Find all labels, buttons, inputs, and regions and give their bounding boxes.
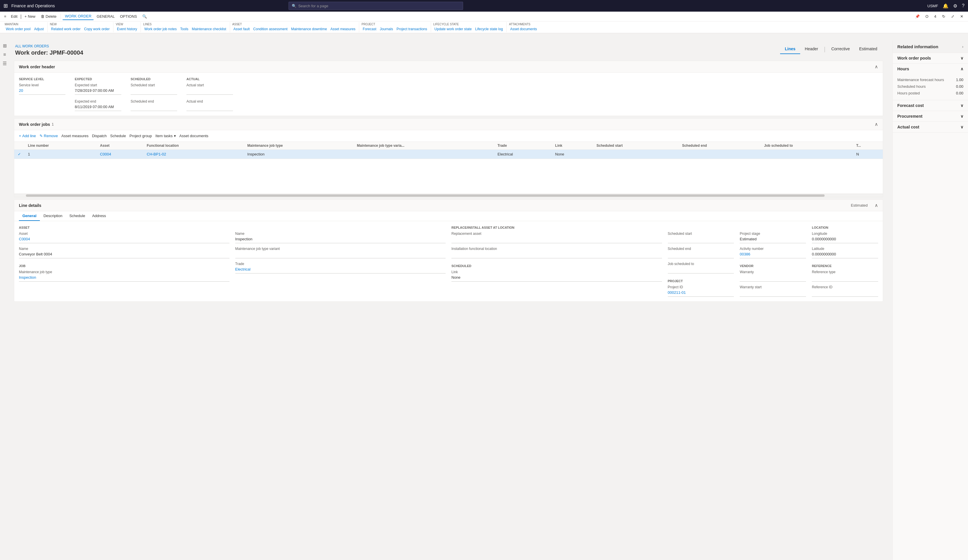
activity-number-value[interactable]: 00386 <box>740 251 806 258</box>
breadcrumb[interactable]: ALL WORK ORDERS <box>15 44 83 48</box>
event-history-btn[interactable]: Event history <box>116 26 138 32</box>
replacement-asset-value[interactable] <box>451 236 662 243</box>
sched-end-value[interactable] <box>668 251 734 258</box>
add-line-btn[interactable]: + Add line <box>19 132 36 139</box>
expand-button[interactable]: ⤢ <box>949 13 956 20</box>
tab-estimated[interactable]: Estimated <box>855 44 882 54</box>
asset-fault-btn[interactable]: Asset fault <box>232 26 251 32</box>
remove-btn[interactable]: ✎ Remove <box>40 132 58 139</box>
project-transactions-btn[interactable]: Project transactions <box>395 26 428 32</box>
jobs-collapse-icon[interactable]: ∧ <box>875 121 878 127</box>
office-button[interactable]: O <box>923 13 931 20</box>
asset-measures-toolbar-btn[interactable]: Asset measures <box>61 132 88 139</box>
col-maintenance-variant[interactable]: Maintenance job type varia... <box>353 142 494 150</box>
work-order-tab[interactable]: WORK ORDER <box>63 13 94 20</box>
tab-header[interactable]: Header <box>800 44 823 54</box>
line-details-header[interactable]: Line details Estimated ∧ <box>14 200 883 211</box>
tools-btn[interactable]: Tools <box>179 26 189 32</box>
tab-schedule[interactable]: Schedule <box>66 211 88 221</box>
install-location-value[interactable] <box>451 251 662 258</box>
options-tab[interactable]: OPTIONS <box>118 13 139 20</box>
update-work-order-state-btn[interactable]: Update work order state <box>433 26 473 32</box>
edit-button[interactable]: Edit <box>9 13 20 20</box>
journals-btn[interactable]: Journals <box>379 26 394 32</box>
expected-end-value[interactable]: 8/11/2019 07:00:00 AM <box>75 104 121 111</box>
project-group-btn[interactable]: Project group <box>129 132 152 139</box>
work-order-jobs-section-header[interactable]: Work order jobs 1 ∧ <box>14 119 883 130</box>
asset-documents-btn[interactable]: Asset documents <box>509 26 538 32</box>
work-order-job-notes-btn[interactable]: Work order job notes <box>143 26 178 32</box>
schedule-btn[interactable]: Schedule <box>110 132 126 139</box>
notification-icon[interactable]: 🔔 <box>943 3 948 9</box>
tab-lines[interactable]: Lines <box>780 44 800 54</box>
reference-id-value[interactable] <box>812 290 878 297</box>
help-icon[interactable]: ? <box>962 3 965 8</box>
table-row[interactable]: ✓ 1 C0004 CH-BP1-02 Inspection Electrica… <box>14 150 883 159</box>
delete-button[interactable]: 🗑 Delete <box>38 13 59 20</box>
list-icon[interactable]: ≡ <box>3 52 6 57</box>
counter-button[interactable]: 4 <box>932 13 939 20</box>
maint-variant-value[interactable] <box>235 251 446 258</box>
forecast-btn[interactable]: Forecast <box>361 26 378 32</box>
col-scheduled-end[interactable]: Scheduled end <box>679 142 761 150</box>
related-work-order-btn[interactable]: Related work order <box>50 26 82 32</box>
rp-work-order-pools-header[interactable]: Work order pools ∨ <box>893 53 968 63</box>
tab-description[interactable]: Description <box>40 211 66 221</box>
col-maintenance-job-type[interactable]: Maintenance job type <box>244 142 353 150</box>
close-button[interactable]: ✕ <box>958 13 966 20</box>
asset-field-value[interactable]: C0004 <box>19 236 229 243</box>
row-functional-location[interactable]: CH-BP1-02 <box>143 150 244 159</box>
maint-job-type-value[interactable]: Inspection <box>19 274 229 282</box>
col-asset[interactable]: Asset <box>96 142 143 150</box>
scheduled-end-value[interactable] <box>131 104 177 111</box>
rp-actual-cost-header[interactable]: Actual cost ∨ <box>893 122 968 132</box>
asset-measures-btn[interactable]: Asset measures <box>329 26 356 32</box>
dispatch-btn[interactable]: Dispatch <box>92 132 107 139</box>
rp-hours-header[interactable]: Hours ∧ <box>893 64 968 74</box>
col-job-scheduled-to[interactable]: Job scheduled to <box>761 142 853 150</box>
project-id-value[interactable]: 000211-01 <box>668 290 734 297</box>
refresh-button[interactable]: ↻ <box>940 13 948 20</box>
general-tab[interactable]: GENERAL <box>94 13 117 20</box>
maintenance-downtime-btn[interactable]: Maintenance downtime <box>290 26 328 32</box>
work-order-header-section-header[interactable]: Work order header ∧ <box>14 61 883 73</box>
tab-general[interactable]: General <box>19 211 40 221</box>
service-level-value[interactable]: 20 <box>19 88 65 95</box>
condition-assessment-btn[interactable]: Condition assessment <box>252 26 289 32</box>
warranty-start-value[interactable] <box>740 290 806 297</box>
tab-corrective[interactable]: Corrective <box>827 44 855 54</box>
trade-field-value[interactable]: Electrical <box>235 266 446 273</box>
search-box[interactable]: 🔍 <box>288 2 463 10</box>
nav-icon[interactable]: ☰ <box>3 61 7 66</box>
collapse-icon[interactable]: ∧ <box>875 64 878 69</box>
hamburger-icon[interactable]: ≡ <box>2 13 8 20</box>
col-functional-location[interactable]: Functional location <box>143 142 244 150</box>
adjust-btn[interactable]: Adjust <box>33 26 45 32</box>
filter-search-btn[interactable]: 🔍 <box>140 13 149 20</box>
reference-type-value[interactable] <box>812 274 878 282</box>
grid-icon[interactable]: ⊞ <box>3 3 8 9</box>
work-order-pool-btn[interactable]: Work order pool <box>5 26 32 32</box>
actual-end-value[interactable] <box>186 104 233 111</box>
rp-procurement-header[interactable]: Procurement ∨ <box>893 111 968 121</box>
warranty-value[interactable] <box>740 274 806 282</box>
rp-forecast-cost-header[interactable]: Forecast cost ∨ <box>893 100 968 111</box>
job-scheduled-to-value[interactable] <box>668 266 734 273</box>
filter-icon[interactable]: ⊞ <box>3 43 7 48</box>
pin-button[interactable]: 📌 <box>913 13 922 20</box>
actual-start-value[interactable] <box>186 88 233 95</box>
copy-work-order-btn[interactable]: Copy work order <box>83 26 111 32</box>
asset-documents-toolbar-btn[interactable]: Asset documents <box>179 132 209 139</box>
tab-address[interactable]: Address <box>89 211 109 221</box>
line-details-collapse-icon[interactable]: ∧ <box>875 203 878 208</box>
col-line-number[interactable]: Line number <box>25 142 96 150</box>
expected-start-value[interactable]: 7/28/2019 07:00:00 AM <box>75 88 121 95</box>
rp-expand-icon[interactable]: › <box>962 45 963 49</box>
search-input[interactable] <box>298 4 460 8</box>
maintenance-checklist-btn[interactable]: Maintenance checklist <box>191 26 227 32</box>
sched-start-value[interactable] <box>668 236 734 243</box>
col-link[interactable]: Link <box>552 142 593 150</box>
row-asset[interactable]: C0004 <box>96 150 143 159</box>
lifecycle-state-log-btn[interactable]: Lifecycle state log <box>474 26 504 32</box>
scheduled-start-value[interactable] <box>131 88 177 95</box>
